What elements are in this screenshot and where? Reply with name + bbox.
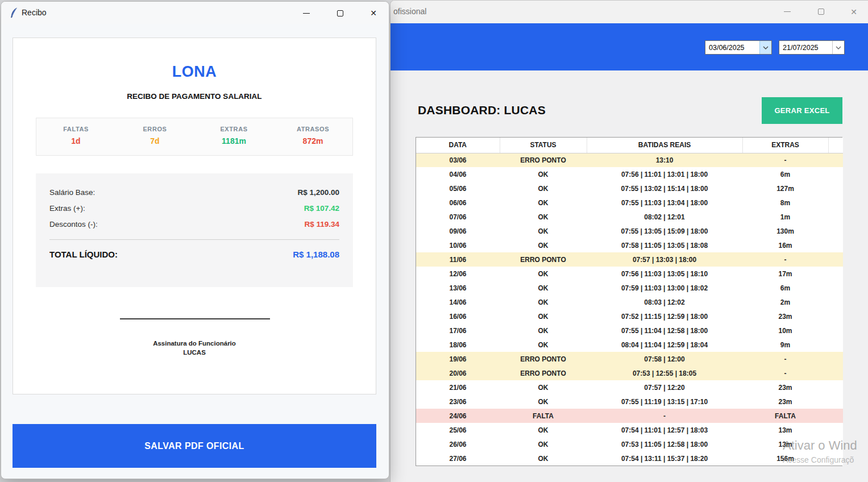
cell-date: 18/06 — [416, 338, 500, 352]
date-to-select[interactable]: 21/07/2025 — [779, 40, 845, 55]
table-row[interactable]: 17/06OK07:55 | 11:04 | 12:58 | 18:0010m — [416, 323, 843, 338]
table-row[interactable]: 06/06OK07:55 | 11:03 | 13:04 | 18:008m — [416, 196, 843, 210]
cell-date: 11/06 — [416, 252, 500, 267]
cell-status: OK — [500, 267, 587, 281]
cell-date: 26/06 — [416, 437, 500, 451]
salary-row-extras: Extras (+): R$ 107.42 — [49, 204, 339, 213]
cell-status: OK — [500, 394, 587, 409]
cell-filler — [828, 423, 843, 437]
cell-extras: 8m — [742, 196, 828, 210]
chevron-down-icon[interactable] — [832, 41, 844, 54]
table-row[interactable]: 19/06ERRO PONTO07:58 | 12:00- — [416, 352, 843, 366]
minimize-button[interactable] — [293, 2, 319, 24]
stats-panel: FALTAS 1d ERROS 7d EXTRAS 1181m ATRASOS … — [36, 118, 353, 156]
salary-label: Descontos (-): — [49, 220, 98, 228]
stat-label: ERROS — [115, 126, 194, 132]
maximize-button[interactable] — [327, 2, 353, 24]
cell-filler — [828, 366, 843, 380]
cell-extras: 130m — [742, 224, 828, 238]
salary-row-base: Salário Base: R$ 1,200.00 — [49, 188, 339, 197]
table-row[interactable]: 09/06OK07:55 | 13:05 | 15:09 | 18:00130m — [416, 224, 843, 238]
cell-date: 04/06 — [416, 167, 500, 181]
column-header-extras[interactable]: EXTRAS — [742, 138, 828, 153]
stat-erros: ERROS 7d — [115, 118, 194, 155]
cell-extras: 16m — [742, 238, 828, 252]
date-from-select[interactable]: 03/06/2025 — [705, 40, 772, 55]
cell-status: OK — [500, 210, 587, 224]
column-header-data[interactable]: DATA — [416, 138, 500, 153]
table-row[interactable]: 03/06ERRO PONTO13:10- — [416, 153, 843, 167]
cell-status: OK — [500, 423, 587, 437]
cell-filler — [828, 252, 843, 267]
table-row[interactable]: 07/06OK08:02 | 12:011m — [416, 210, 843, 224]
dashboard-header-bar: 03/06/2025 21/07/2025 — [391, 23, 868, 70]
cell-batidas: 07:58 | 12:00 — [587, 352, 742, 366]
cell-status: OK — [500, 309, 587, 323]
table-row[interactable]: 13/06OK07:59 | 11:03 | 13:00 | 18:026m — [416, 281, 843, 295]
close-icon: ✕ — [850, 8, 857, 16]
cell-batidas: 07:56 | 11:01 | 13:01 | 18:00 — [587, 167, 742, 181]
chevron-down-icon[interactable] — [759, 41, 771, 54]
minimize-button[interactable] — [774, 1, 800, 23]
cell-date: 07/06 — [416, 210, 500, 224]
maximize-button[interactable] — [808, 1, 834, 23]
save-pdf-button[interactable]: SALVAR PDF OFICIAL — [13, 424, 376, 468]
total-row: TOTAL LÍQUIDO: R$ 1,188.08 — [49, 250, 339, 259]
column-header-batidas[interactable]: BATIDAS REAIS — [587, 138, 742, 153]
cell-batidas: 08:03 | 12:02 — [587, 295, 742, 309]
cell-status: OK — [500, 323, 587, 338]
cell-batidas: 07:53 | 11:05 | 12:58 | 18:00 — [587, 437, 742, 451]
table-row[interactable]: 23/06OK07:55 | 11:19 | 13:15 | 17:1023m — [416, 394, 843, 409]
close-icon: ✕ — [370, 9, 377, 17]
cell-extras: 6m — [742, 167, 828, 181]
table-row[interactable]: 16/06OK07:52 | 11:15 | 12:59 | 18:0023m — [416, 309, 843, 323]
salary-label: Extras (+): — [49, 204, 85, 213]
cell-batidas: 07:58 | 11:05 | 13:05 | 18:08 — [587, 238, 742, 252]
cell-status: OK — [500, 437, 587, 451]
dashboard-table-body: 03/06ERRO PONTO13:10-04/06OK07:56 | 11:0… — [416, 153, 843, 466]
table-row[interactable]: 10/06OK07:58 | 11:05 | 13:05 | 18:0816m — [416, 238, 843, 252]
cell-status: ERRO PONTO — [500, 153, 587, 167]
cell-batidas: 07:56 | 11:03 | 13:05 | 18:10 — [587, 267, 742, 281]
cell-filler — [828, 409, 843, 423]
cell-filler — [828, 210, 843, 224]
watermark-line2: Acesse Configuraçõ — [783, 455, 857, 464]
close-button[interactable]: ✕ — [841, 1, 867, 23]
table-row[interactable]: 21/06OK07:57 | 12:2023m — [416, 380, 843, 394]
table-row[interactable]: 12/06OK07:56 | 11:03 | 13:05 | 18:1017m — [416, 267, 843, 281]
table-row[interactable]: 24/06FALTA-FALTA — [416, 409, 843, 423]
cell-date: 03/06 — [416, 153, 500, 167]
generate-excel-button[interactable]: GERAR EXCEL — [762, 97, 842, 124]
cell-filler — [828, 338, 843, 352]
cell-batidas: - — [587, 409, 742, 423]
close-button[interactable]: ✕ — [360, 2, 387, 24]
cell-status: FALTA — [500, 409, 587, 423]
windows-activation-watermark: Ativar o Wind Acesse Configuraçõ — [783, 438, 857, 464]
cell-filler — [828, 281, 843, 295]
cell-batidas: 07:55 | 11:03 | 13:04 | 18:00 — [587, 196, 742, 210]
table-row[interactable]: 20/06ERRO PONTO07:53 | 12:55 | 18:05- — [416, 366, 843, 380]
column-header-status[interactable]: STATUS — [500, 138, 587, 153]
table-row[interactable]: 14/06OK08:03 | 12:022m — [416, 295, 843, 309]
table-row[interactable]: 05/06OK07:55 | 13:02 | 15:14 | 18:00127m — [416, 181, 843, 196]
cell-extras: 9m — [742, 338, 828, 352]
table-row[interactable]: 18/06OK08:04 | 11:04 | 12:59 | 18:049m — [416, 338, 843, 352]
cell-batidas: 07:59 | 11:03 | 13:00 | 18:02 — [587, 281, 742, 295]
cell-status: ERRO PONTO — [500, 352, 587, 366]
table-row[interactable]: 04/06OK07:56 | 11:01 | 13:01 | 18:006m — [416, 167, 843, 181]
company-name: LONA — [13, 63, 376, 81]
cell-date: 10/06 — [416, 238, 500, 252]
table-row[interactable]: 27/06OK07:54 | 13:11 | 15:37 | 18:20156m — [416, 451, 843, 466]
cell-date: 14/06 — [416, 295, 500, 309]
cell-status: OK — [500, 238, 587, 252]
cell-extras: FALTA — [742, 409, 828, 423]
table-row[interactable]: 26/06OK07:53 | 11:05 | 12:58 | 18:0013m — [416, 437, 843, 451]
dashboard-titlebar: ofissional ✕ — [391, 1, 868, 23]
maximize-icon — [818, 9, 824, 15]
cell-batidas: 07:57 | 12:20 — [587, 380, 742, 394]
cell-status: OK — [500, 224, 587, 238]
receipt-subtitle: RECIBO DE PAGAMENTO SALARIAL — [13, 92, 376, 101]
table-row[interactable]: 25/06OK07:54 | 11:01 | 12:57 | 18:0313m — [416, 423, 843, 437]
cell-extras: 6m — [742, 281, 828, 295]
table-row[interactable]: 11/06ERRO PONTO07:57 | 13:03 | 18:00- — [416, 252, 843, 267]
